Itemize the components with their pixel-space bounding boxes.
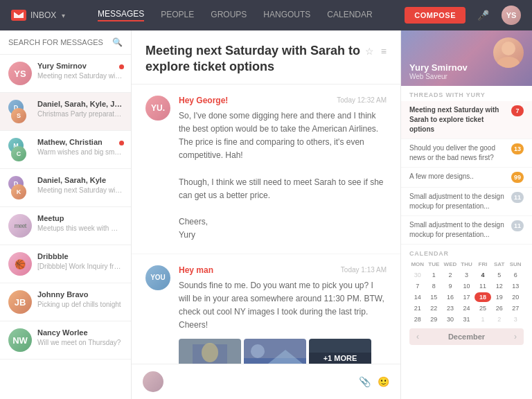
message-title: Meeting next Saturday with Sarah to expl… bbox=[145, 43, 365, 76]
compose-button[interactable]: COMPOSE bbox=[405, 7, 466, 24]
thread-text: Should you deliver the good news or the … bbox=[409, 143, 511, 163]
chat-avatar: YU. bbox=[145, 96, 170, 121]
cal-cell[interactable]: 12 bbox=[491, 281, 508, 291]
sidebar-item[interactable]: JB Johnny Bravo Picking up def chills to… bbox=[0, 283, 131, 321]
cal-cell[interactable]: 27 bbox=[507, 303, 524, 313]
unread-indicator bbox=[119, 141, 124, 145]
cal-cell[interactable]: 2 bbox=[491, 314, 508, 324]
cal-cell[interactable]: 30 bbox=[409, 270, 426, 280]
cal-cell[interactable]: 26 bbox=[491, 303, 508, 313]
profile-name: Yury Smirnov bbox=[409, 62, 468, 73]
cal-cell[interactable]: 19 bbox=[491, 292, 508, 302]
nav-calendar[interactable]: CALENDAR bbox=[327, 10, 372, 21]
sidebar-item[interactable]: D K Daniel, Sarah, Kyle Meeting next Sat… bbox=[0, 169, 131, 207]
sidebar-item-content: Meetup Meetups this week with Designers bbox=[37, 214, 123, 233]
calendar-nav: ‹ December › bbox=[409, 328, 524, 345]
image-thumb[interactable] bbox=[179, 339, 241, 364]
sidebar-item[interactable]: YS Yury Smirnov Meeting next Saturday wi… bbox=[0, 55, 131, 93]
message-area: Meeting next Saturday with Sarah to expl… bbox=[132, 30, 400, 399]
thread-item[interactable]: A few more designs.. 99 bbox=[401, 168, 532, 188]
cal-cell[interactable]: 4 bbox=[475, 270, 491, 280]
cal-cell[interactable]: 9 bbox=[442, 281, 459, 291]
cal-cell[interactable]: 25 bbox=[475, 303, 491, 313]
main-content: 🔍 YS Yury Smirnov Meeting next Saturday … bbox=[0, 30, 532, 399]
cal-cell[interactable]: 6 bbox=[507, 270, 524, 280]
star-icon[interactable]: ☆ bbox=[365, 46, 374, 57]
cal-cell[interactable]: 13 bbox=[507, 281, 524, 291]
nav-people[interactable]: PEOPLE bbox=[161, 10, 194, 21]
calendar-next-button[interactable]: › bbox=[514, 332, 517, 342]
cal-cell[interactable]: 22 bbox=[426, 303, 443, 313]
cal-cell[interactable]: 28 bbox=[409, 314, 426, 324]
image-thumb[interactable] bbox=[244, 339, 306, 364]
cal-day-sun: SUN bbox=[507, 261, 524, 267]
thread-item[interactable]: Should you deliver the good news or the … bbox=[401, 139, 532, 168]
message-body: YU. Hey George! Today 12:32 AM So, I've … bbox=[132, 85, 400, 364]
cal-cell[interactable]: 15 bbox=[426, 292, 443, 302]
compose-input[interactable] bbox=[170, 377, 352, 387]
chat-sender: Hey man bbox=[179, 265, 213, 275]
top-nav: INBOX ▾ MESSAGES PEOPLE GROUPS HANGOUTS … bbox=[0, 0, 532, 30]
compose-avatar bbox=[143, 371, 163, 392]
mic-icon[interactable]: 🎤 bbox=[474, 6, 493, 25]
thread-badge: 7 bbox=[511, 105, 524, 116]
cal-cell[interactable]: 29 bbox=[426, 314, 443, 324]
cal-cell[interactable]: 24 bbox=[459, 303, 475, 313]
thread-text: Small adjustment to the design mockup fo… bbox=[409, 220, 511, 240]
cal-cell[interactable]: 20 bbox=[507, 292, 524, 302]
thread-badge: 11 bbox=[511, 192, 524, 203]
cal-cell[interactable]: 7 bbox=[409, 281, 426, 291]
cal-cell[interactable]: 31 bbox=[459, 314, 475, 324]
emoji-icon[interactable]: 🙂 bbox=[378, 376, 389, 387]
cal-cell[interactable]: 2 bbox=[442, 270, 459, 280]
nav-user-avatar[interactable]: YS bbox=[502, 6, 521, 25]
cal-cell[interactable]: 3 bbox=[459, 270, 475, 280]
sidebar-item-name: Daniel, Sarah, Kyle bbox=[37, 176, 123, 184]
cal-cell[interactable]: 23 bbox=[442, 303, 459, 313]
nav-messages[interactable]: MESSAGES bbox=[98, 9, 144, 21]
calendar-week: 21 22 23 24 25 26 27 bbox=[409, 303, 524, 313]
cal-cell[interactable]: 16 bbox=[442, 292, 459, 302]
avatar: JB bbox=[8, 290, 32, 314]
sidebar-item[interactable]: D S Daniel, Sarah, Kyle, John, Jess... C… bbox=[0, 93, 131, 131]
profile-header: Yury Smirnov Web Saveur bbox=[401, 30, 532, 86]
thread-item[interactable]: Small adjustment to the design mockup fo… bbox=[401, 216, 532, 245]
calendar-week: 30 1 2 3 4 5 6 bbox=[409, 270, 524, 280]
inbox-label[interactable]: INBOX bbox=[30, 10, 56, 20]
chat-text: So, I've done some digging here and ther… bbox=[179, 109, 387, 242]
image-thumb-more[interactable]: +1 MORE bbox=[309, 339, 371, 364]
chat-avatar: YOU bbox=[145, 265, 170, 290]
thread-item[interactable]: Small adjustment to the design mockup fo… bbox=[401, 188, 532, 216]
nav-logo[interactable]: INBOX ▾ bbox=[11, 10, 65, 21]
cal-cell[interactable]: 8 bbox=[426, 281, 443, 291]
sidebar-item-name: Johnny Bravo bbox=[37, 290, 123, 299]
cal-cell[interactable]: 1 bbox=[426, 270, 443, 280]
profile-avatar bbox=[493, 37, 524, 68]
cal-cell[interactable]: 3 bbox=[507, 314, 524, 324]
cal-cell[interactable]: 30 bbox=[442, 314, 459, 324]
menu-icon[interactable]: ≡ bbox=[381, 46, 387, 57]
sidebar-item[interactable]: M C Mathew, Christian Warm wishes and bi… bbox=[0, 131, 131, 169]
sidebar-item-preview: Warm wishes and big smiles for healthy, … bbox=[37, 148, 123, 157]
sidebar-item-content: Johnny Bravo Picking up def chills tonig… bbox=[37, 290, 123, 309]
attachment-icon[interactable]: 📎 bbox=[359, 376, 371, 387]
search-input[interactable] bbox=[8, 38, 108, 46]
thread-item[interactable]: Meeting next Saturday with Sarah to expl… bbox=[401, 101, 532, 139]
sidebar-item[interactable]: NW Nancy Worlee Will we meet on Thursday… bbox=[0, 321, 131, 360]
sidebar-item-name: Meetup bbox=[37, 214, 123, 222]
cal-cell[interactable]: 14 bbox=[409, 292, 426, 302]
cal-cell[interactable]: 5 bbox=[491, 270, 508, 280]
cal-cell[interactable]: 21 bbox=[409, 303, 426, 313]
sidebar-item[interactable]: meet Meetup Meetups this week with Desig… bbox=[0, 207, 131, 245]
cal-cell[interactable]: 17 bbox=[459, 292, 475, 302]
calendar-grid: MON TUE WED THU FRI SAT SUN 30 1 2 3 4 5… bbox=[409, 261, 524, 324]
cal-cell[interactable]: 11 bbox=[475, 281, 491, 291]
cal-cell[interactable]: 10 bbox=[459, 281, 475, 291]
cal-day-fri: FRI bbox=[475, 261, 491, 267]
cal-cell-today[interactable]: 18 bbox=[475, 292, 491, 302]
nav-groups[interactable]: GROUPS bbox=[211, 10, 247, 21]
calendar-prev-button[interactable]: ‹ bbox=[416, 332, 419, 342]
sidebar-item[interactable]: 🏀 Dribbble [Dribbble] Work Inquiry from … bbox=[0, 245, 131, 283]
nav-hangouts[interactable]: HANGOUTS bbox=[263, 10, 310, 21]
cal-cell[interactable]: 1 bbox=[475, 314, 491, 324]
